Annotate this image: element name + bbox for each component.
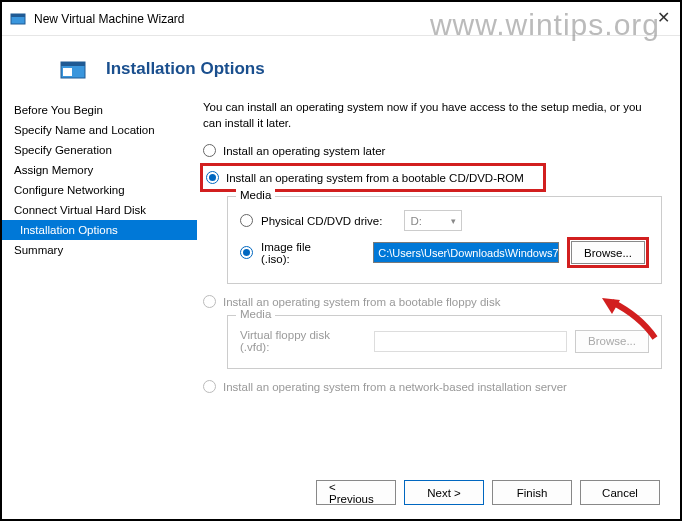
- radio-icon-disabled: [203, 295, 216, 308]
- cancel-button[interactable]: Cancel: [580, 480, 660, 505]
- highlight-box-cddvd: Install an operating system from a boota…: [200, 163, 546, 192]
- svg-rect-1: [11, 14, 25, 17]
- physical-drive-value: D:: [410, 215, 422, 227]
- radio-icon-disabled: [203, 380, 216, 393]
- next-button[interactable]: Next >: [404, 480, 484, 505]
- option-install-network: Install an operating system from a netwo…: [203, 377, 662, 396]
- browse-button-disabled: Browse...: [575, 330, 649, 353]
- sidebar-item-before-you-begin[interactable]: Before You Begin: [2, 100, 197, 120]
- sidebar-item-specify-name[interactable]: Specify Name and Location: [2, 120, 197, 140]
- image-file-path-input[interactable]: C:\Users\User\Downloads\Windows7_X64.iso: [373, 242, 559, 263]
- option-install-cddvd-label: Install an operating system from a boota…: [226, 172, 524, 184]
- close-icon[interactable]: ✕: [657, 8, 670, 27]
- sidebar-item-specify-generation[interactable]: Specify Generation: [2, 140, 197, 160]
- wizard-steps-sidebar: Before You Begin Specify Name and Locati…: [2, 94, 197, 396]
- header-icon: [60, 58, 86, 80]
- physical-drive-select: D: ▾: [404, 210, 462, 231]
- floppy-media-legend: Media: [236, 308, 275, 320]
- description-text: You can install an operating system now …: [203, 100, 662, 131]
- sidebar-item-configure-networking[interactable]: Configure Networking: [2, 180, 197, 200]
- media-fieldset: Media Physical CD/DVD drive: D: ▾ Image …: [227, 196, 662, 284]
- option-physical-drive[interactable]: Physical CD/DVD drive: D: ▾: [240, 207, 649, 234]
- sidebar-item-connect-vhd[interactable]: Connect Virtual Hard Disk: [2, 200, 197, 220]
- vfd-path-input: [374, 331, 568, 352]
- page-title: Installation Options: [106, 59, 265, 79]
- titlebar: New Virtual Machine Wizard ✕: [2, 2, 680, 36]
- sidebar-item-assign-memory[interactable]: Assign Memory: [2, 160, 197, 180]
- physical-drive-label: Physical CD/DVD drive:: [261, 215, 382, 227]
- vfd-label: Virtual floppy disk (.vfd):: [240, 329, 349, 353]
- radio-icon-selected: [206, 171, 219, 184]
- floppy-media-fieldset: Media Virtual floppy disk (.vfd): Browse…: [227, 315, 662, 369]
- option-install-network-label: Install an operating system from a netwo…: [223, 381, 567, 393]
- option-install-later-label: Install an operating system later: [223, 145, 385, 157]
- wizard-icon: [10, 11, 26, 27]
- finish-button[interactable]: Finish: [492, 480, 572, 505]
- radio-icon-selected: [240, 246, 253, 259]
- sidebar-item-summary[interactable]: Summary: [2, 240, 197, 260]
- svg-rect-3: [61, 62, 85, 66]
- svg-rect-4: [63, 68, 72, 76]
- previous-button[interactable]: < Previous: [316, 480, 396, 505]
- sidebar-item-installation-options[interactable]: Installation Options: [2, 220, 197, 240]
- radio-icon: [240, 214, 253, 227]
- option-install-later[interactable]: Install an operating system later: [203, 141, 662, 160]
- wizard-buttons: < Previous Next > Finish Cancel: [316, 480, 660, 505]
- option-install-cddvd[interactable]: Install an operating system from a boota…: [206, 168, 543, 187]
- browse-button[interactable]: Browse...: [571, 241, 645, 264]
- media-legend: Media: [236, 189, 275, 201]
- window-title: New Virtual Machine Wizard: [34, 12, 185, 26]
- option-image-file[interactable]: Image file (.iso): C:\Users\User\Downloa…: [240, 234, 649, 271]
- radio-icon: [203, 144, 216, 157]
- chevron-down-icon: ▾: [451, 216, 456, 226]
- image-file-label: Image file (.iso):: [261, 241, 330, 265]
- highlight-box-browse: Browse...: [567, 237, 649, 268]
- option-install-floppy-label: Install an operating system from a boota…: [223, 296, 500, 308]
